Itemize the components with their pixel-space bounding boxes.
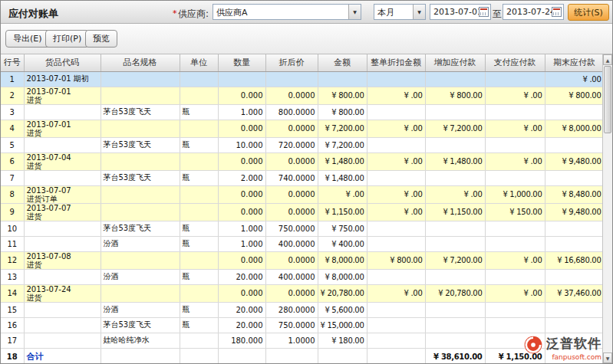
column-header-item-name[interactable]: 品名规格 bbox=[101, 54, 180, 71]
cell-payable-increase bbox=[425, 302, 485, 317]
column-header-item-code[interactable]: 货品代码 bbox=[24, 54, 101, 71]
cell-item-code: 合计 bbox=[24, 348, 101, 363]
column-header-payable-paid[interactable]: 支付应付款 bbox=[485, 54, 545, 71]
date-from-value: 2013-07-01 bbox=[433, 7, 483, 17]
table-row[interactable]: 92013-07-07进货0.0000.0000¥ 1,150.00¥ .00¥… bbox=[1, 203, 604, 221]
period-select[interactable]: 本月 ▼ bbox=[374, 4, 426, 20]
column-header-payable-increase[interactable]: 增加应付款 bbox=[425, 54, 485, 71]
cell-unit: 瓶 bbox=[180, 236, 218, 251]
cell-row-number: 16 bbox=[1, 317, 24, 333]
cell-item-code: 2013-07-01进货 bbox=[24, 87, 101, 104]
cell-item-name: 茅台53度飞天 bbox=[101, 137, 180, 152]
cell-payable-paid bbox=[485, 71, 545, 87]
cell-quantity: 20.000 bbox=[218, 269, 265, 284]
cell-discounted-price: 740.0000 bbox=[265, 170, 318, 185]
cell-discounted-price: 1.0000 bbox=[265, 333, 318, 348]
vertical-scrollbar[interactable]: ▲ ▼ bbox=[602, 54, 612, 363]
cell-payable-ending: ¥ 37,460.00 bbox=[545, 284, 604, 302]
table-row[interactable]: 10茅台53度飞天瓶1.000750.0000¥ 750.00 bbox=[1, 221, 604, 236]
preview-button[interactable]: 预览 bbox=[85, 30, 117, 48]
cell-payable-increase: ¥ 20,780.00 bbox=[425, 284, 485, 302]
cell-amount: ¥ 5,600.00 bbox=[318, 302, 367, 317]
cell-payable-increase: ¥ 1,150.00 bbox=[425, 203, 485, 221]
table-row[interactable]: 5茅台53度飞天瓶10.000720.0000¥ 7,200.00 bbox=[1, 137, 604, 152]
calendar-icon[interactable] bbox=[479, 7, 489, 17]
cell-row-number: 13 bbox=[1, 269, 24, 284]
print-button[interactable]: 打印(P) bbox=[45, 30, 89, 48]
date-to-input[interactable]: 2013-07-24 bbox=[503, 4, 564, 20]
table-row[interactable]: 3茅台53度飞天瓶1.000800.0000¥ 800.00 bbox=[1, 104, 604, 120]
date-from-input[interactable]: 2013-07-01 bbox=[430, 4, 491, 20]
cell-item-name: 茅台53度飞天 bbox=[101, 170, 180, 185]
table-row[interactable]: 13汾酒瓶20.000400.0000¥ 8,000.00 bbox=[1, 269, 604, 284]
cell-payable-ending: ¥ 16,680.00 bbox=[545, 251, 604, 269]
chevron-down-icon[interactable]: ▼ bbox=[348, 5, 361, 19]
cell-amount: ¥ 8,000.00 bbox=[318, 269, 367, 284]
calendar-icon[interactable] bbox=[552, 7, 562, 17]
table-row[interactable]: 62013-07-04进货0.0000.0000¥ 1,480.00¥ .00¥… bbox=[1, 152, 604, 170]
table-row[interactable]: 15汾酒瓶20.000280.0000¥ 5,600.00 bbox=[1, 302, 604, 317]
cell-payable-paid: ¥ 1,000.00 bbox=[485, 185, 545, 203]
cell-item-code: 2013-07-07进货订单 bbox=[24, 185, 101, 203]
cell-discounted-price: 0.0000 bbox=[265, 185, 318, 203]
column-header-amount[interactable]: 金额 bbox=[318, 54, 367, 71]
cell-item-code bbox=[24, 104, 101, 120]
cell-amount: ¥ 750.00 bbox=[318, 221, 367, 236]
cell-order-discount bbox=[367, 104, 425, 120]
table-row[interactable]: 16茅台53度飞天瓶20.000750.0000¥ 15,000.00 bbox=[1, 317, 604, 333]
cell-item-name bbox=[101, 251, 180, 269]
column-header-unit[interactable]: 单位 bbox=[180, 54, 218, 71]
arrow-down-icon: ▼ bbox=[606, 356, 610, 361]
column-header-quantity[interactable]: 数量 bbox=[218, 54, 265, 71]
column-header-row-number[interactable]: 行号 bbox=[1, 54, 24, 71]
column-header-discounted-price[interactable]: 折后价 bbox=[265, 54, 318, 71]
cell-discounted-price: 800.0000 bbox=[265, 104, 318, 120]
scroll-down-button[interactable]: ▼ bbox=[603, 353, 612, 363]
export-button[interactable]: 导出(E) bbox=[5, 30, 50, 48]
table-row[interactable]: 11汾酒瓶1.000400.0000¥ 400.00 bbox=[1, 236, 604, 251]
cell-unit: 瓶 bbox=[180, 137, 218, 152]
table-row[interactable]: 142013-07-24进货0.0000.0000¥ 20,780.00¥ .0… bbox=[1, 284, 604, 302]
cell-quantity: 0.000 bbox=[218, 87, 265, 104]
cell-payable-increase bbox=[425, 170, 485, 185]
cell-payable-ending bbox=[545, 137, 604, 152]
cell-order-discount: ¥ .00 bbox=[367, 203, 425, 221]
table-row[interactable]: 122013-07-08进货0.0000.0000¥ 8,000.00¥ 800… bbox=[1, 251, 604, 269]
cell-row-number: 9 bbox=[1, 203, 24, 221]
cell-item-name: 汾酒 bbox=[101, 236, 180, 251]
table-row[interactable]: 82013-07-07进货订单0.0000.0000¥ .00¥ .00¥ .0… bbox=[1, 185, 604, 203]
cell-payable-increase: ¥ 38,610.00 bbox=[425, 348, 485, 363]
cell-payable-ending: ¥ 9,480.00 bbox=[545, 152, 604, 170]
cell-order-discount bbox=[367, 333, 425, 348]
cell-item-code bbox=[24, 269, 101, 284]
scroll-up-button[interactable]: ▲ bbox=[603, 54, 612, 65]
cell-item-code: 2013-07-01 期初 bbox=[24, 71, 101, 87]
cell-item-code bbox=[24, 317, 101, 333]
table-row[interactable]: 17娃哈哈纯净水180.0001.0000¥ 180.00 bbox=[1, 333, 604, 348]
table-row[interactable]: 42013-07-01进货0.0000.0000¥ 7,200.00¥ .00¥… bbox=[1, 120, 604, 137]
table-row[interactable]: 12013-07-01 期初¥ .00 bbox=[1, 71, 604, 87]
cell-item-code bbox=[24, 221, 101, 236]
column-header-payable-ending[interactable]: 期末应付款 bbox=[545, 54, 604, 71]
column-header-order-discount[interactable]: 整单折扣金额 bbox=[367, 54, 425, 71]
cell-item-code: 2013-07-01进货 bbox=[24, 120, 101, 137]
cell-payable-paid: ¥ .00 bbox=[485, 87, 545, 104]
scroll-thumb[interactable] bbox=[604, 66, 611, 133]
chevron-down-icon[interactable]: ▼ bbox=[413, 5, 425, 19]
supplier-select[interactable]: 供应商A ▼ bbox=[213, 4, 361, 20]
watermark-text: 泛普软件 fanpusoft.com bbox=[546, 335, 601, 361]
cell-item-name: 汾酒 bbox=[101, 269, 180, 284]
cell-item-name bbox=[101, 185, 180, 203]
stats-button[interactable]: 统计(S) bbox=[568, 4, 609, 21]
cell-unit bbox=[180, 348, 218, 363]
cell-payable-paid bbox=[485, 302, 545, 317]
cell-payable-increase bbox=[425, 104, 485, 120]
cell-discounted-price bbox=[265, 348, 318, 363]
cell-quantity bbox=[218, 71, 265, 87]
table-row[interactable]: 18合计¥ 38,610.00¥ 1,150.00 bbox=[1, 348, 604, 363]
table-row[interactable]: 22013-07-01进货0.0000.0000¥ 800.00¥ .00¥ 8… bbox=[1, 87, 604, 104]
cell-payable-increase bbox=[425, 333, 485, 348]
table-row[interactable]: 7茅台53度飞天瓶2.000740.0000¥ 1,480.00 bbox=[1, 170, 604, 185]
cell-order-discount bbox=[367, 221, 425, 236]
cell-quantity: 2.000 bbox=[218, 170, 265, 185]
